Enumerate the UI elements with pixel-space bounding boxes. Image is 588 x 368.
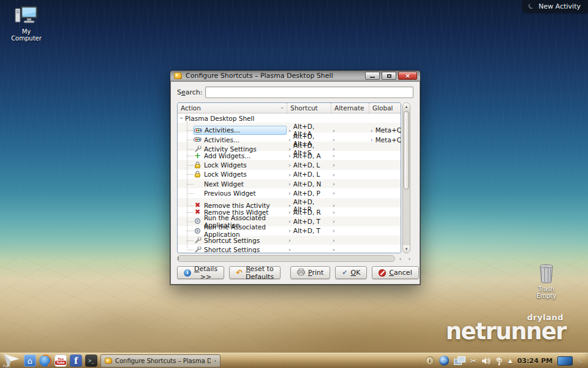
expander-icon[interactable]: › bbox=[288, 190, 291, 196]
expander-icon[interactable]: › bbox=[288, 181, 291, 187]
tray-expand-icon[interactable]: ▲ bbox=[508, 358, 512, 364]
shortcut-cell[interactable]: › bbox=[287, 245, 331, 253]
shortcut-row[interactable]: ✖Remove this Activity›Alt+D, Alt+R› bbox=[178, 198, 401, 207]
expander-icon[interactable]: › bbox=[333, 190, 335, 196]
shortcut-row[interactable]: Previous Widget›Alt+D, P› bbox=[178, 188, 401, 197]
horizontal-scroll-track[interactable] bbox=[177, 255, 395, 262]
scroll-down-icon[interactable]: ▾ bbox=[403, 245, 410, 253]
expander-icon[interactable]: › bbox=[288, 172, 291, 178]
expander-icon[interactable]: › bbox=[333, 237, 335, 243]
alternate-cell[interactable]: › bbox=[331, 170, 369, 179]
cancel-button[interactable]: Cancel bbox=[372, 266, 418, 279]
firefox-button[interactable] bbox=[39, 355, 51, 367]
scroll-up-icon[interactable]: ▴ bbox=[403, 103, 410, 110]
shortcut-cell[interactable]: ›Alt+D, T bbox=[287, 217, 331, 226]
shortcut-cell[interactable]: ›Alt+D, P bbox=[287, 188, 331, 197]
horizontal-scrollbar[interactable]: ‹ › bbox=[177, 255, 413, 262]
expander-icon[interactable]: › bbox=[288, 247, 291, 253]
shortcut-row[interactable]: Shortcut Settings›› bbox=[178, 245, 401, 253]
primary-shortcut[interactable]: Alt+D, R bbox=[293, 209, 321, 216]
volume-icon[interactable] bbox=[481, 357, 491, 365]
alternate-cell[interactable]: › bbox=[331, 188, 369, 197]
column-global[interactable]: Global bbox=[369, 103, 401, 113]
alternate-cell[interactable]: › bbox=[331, 179, 369, 188]
shortcut-row[interactable]: Lock Widgets›Alt+D, L› bbox=[178, 170, 401, 179]
launcher-button[interactable]: run bbox=[2, 353, 21, 368]
shortcut-row[interactable]: Activities...›Alt+D, Alt+A››Meta+Q bbox=[178, 132, 401, 142]
expander-icon[interactable]: › bbox=[333, 209, 335, 215]
file-manager-button[interactable]: ⌂ bbox=[24, 355, 36, 367]
primary-shortcut[interactable]: Alt+D, L bbox=[293, 171, 320, 178]
global-cell[interactable] bbox=[369, 217, 401, 226]
details-button[interactable]: i Details >> bbox=[177, 266, 224, 279]
shortcut-row[interactable]: Run the Associated Application›Alt+D, T› bbox=[178, 226, 401, 236]
global-cell[interactable] bbox=[369, 236, 401, 245]
column-action[interactable]: Action › bbox=[178, 103, 287, 113]
notifications-icon[interactable]: i bbox=[426, 356, 434, 365]
primary-shortcut[interactable]: Alt+D, T bbox=[293, 227, 320, 234]
search-input[interactable] bbox=[205, 86, 413, 98]
expander-icon[interactable]: › bbox=[333, 172, 335, 178]
reset-to-defaults-button[interactable]: ↶ Reset to Defaults bbox=[229, 266, 281, 279]
youtube-button[interactable]: YouTube bbox=[55, 355, 67, 367]
shortcut-row[interactable]: Shortcut Settings›› bbox=[178, 236, 401, 245]
desktop-pager[interactable] bbox=[557, 356, 573, 366]
network-monitors-icon[interactable] bbox=[454, 356, 466, 366]
expander-icon[interactable]: › bbox=[333, 228, 335, 234]
global-cell[interactable] bbox=[369, 188, 401, 197]
shortcut-row[interactable]: Lock Widgets›Alt+D, L› bbox=[178, 160, 401, 169]
shortcut-cell[interactable]: ›Alt+D, R bbox=[287, 207, 331, 217]
global-cell[interactable] bbox=[369, 207, 401, 217]
expander-icon[interactable]: › bbox=[288, 153, 291, 159]
alternate-cell[interactable]: › bbox=[331, 217, 369, 226]
expander-icon[interactable]: › bbox=[178, 117, 185, 120]
usb-icon[interactable] bbox=[496, 356, 503, 366]
column-alternate[interactable]: Alternate bbox=[331, 103, 369, 113]
ok-button[interactable]: ✔ OK bbox=[335, 266, 367, 279]
facebook-button[interactable]: f bbox=[70, 355, 82, 367]
primary-shortcut[interactable]: Alt+D, N bbox=[293, 180, 322, 188]
primary-shortcut[interactable]: Alt+D, A bbox=[293, 152, 321, 159]
shortcut-cell[interactable]: › bbox=[287, 236, 331, 245]
clipboard-scissors-icon[interactable]: ✂ bbox=[470, 356, 477, 366]
my-computer-icon[interactable]: My Computer bbox=[7, 5, 45, 42]
close-button[interactable]: × bbox=[398, 72, 417, 80]
maximize-button[interactable] bbox=[382, 72, 396, 80]
network-globe-icon[interactable] bbox=[439, 356, 449, 366]
shortcut-cell[interactable]: ›Alt+D, N bbox=[287, 179, 331, 188]
alternate-cell[interactable]: › bbox=[331, 226, 369, 236]
shortcut-cell[interactable]: ›Alt+D, A bbox=[287, 151, 331, 160]
expander-icon[interactable]: › bbox=[288, 228, 291, 234]
clock[interactable]: 03:24 PM bbox=[517, 357, 552, 365]
panel-cashew-icon[interactable]: ☾ bbox=[576, 355, 586, 366]
vertical-scrollbar[interactable]: ▴ ▾ bbox=[402, 102, 410, 253]
task-button[interactable]: Configure Shortcuts – Plasma Desktop › bbox=[100, 355, 221, 367]
shortcut-row[interactable]: Activity Settings›Alt+D, Alt+S› bbox=[178, 142, 401, 151]
global-cell[interactable] bbox=[369, 226, 401, 236]
shortcut-row[interactable]: Activities...›Alt+D, Alt+A››Meta+Q bbox=[178, 123, 401, 132]
shortcut-cell[interactable]: ›Alt+D, L bbox=[287, 170, 331, 179]
trash-icon[interactable]: Trash Empty bbox=[529, 263, 564, 299]
horizontal-scroll-thumb[interactable] bbox=[178, 255, 179, 262]
column-shortcut[interactable]: Shortcut bbox=[287, 103, 331, 113]
expander-icon[interactable]: › bbox=[333, 218, 335, 224]
expander-icon[interactable]: › bbox=[288, 218, 291, 224]
global-cell[interactable] bbox=[369, 151, 401, 160]
shortcut-cell[interactable]: ›Alt+D, T bbox=[287, 226, 331, 236]
global-cell[interactable] bbox=[369, 160, 401, 169]
expander-icon[interactable]: › bbox=[333, 247, 335, 253]
alternate-cell[interactable]: › bbox=[331, 151, 369, 160]
expander-icon[interactable]: › bbox=[333, 181, 335, 187]
print-button[interactable]: Print bbox=[290, 266, 330, 279]
scroll-right-icon[interactable]: › bbox=[405, 255, 413, 262]
global-cell[interactable] bbox=[369, 245, 401, 253]
global-cell[interactable] bbox=[369, 170, 401, 179]
global-cell[interactable] bbox=[369, 179, 401, 188]
dialog-titlebar[interactable]: Configure Shortcuts – Plasma Desktop She… bbox=[170, 71, 420, 82]
primary-shortcut[interactable]: Alt+D, T bbox=[293, 218, 320, 225]
tree-header[interactable]: Action › Shortcut Alternate Global bbox=[178, 103, 401, 113]
expander-icon[interactable]: › bbox=[288, 209, 291, 215]
alternate-cell[interactable]: › bbox=[331, 245, 369, 253]
expander-icon[interactable]: › bbox=[333, 153, 335, 159]
scroll-left-icon[interactable]: ‹ bbox=[396, 255, 404, 262]
